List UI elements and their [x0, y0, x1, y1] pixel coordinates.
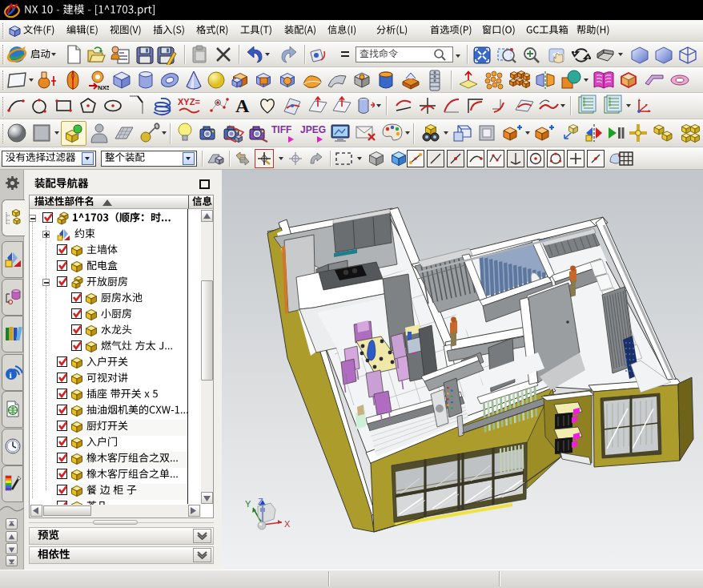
svg-text:TIFF: TIFF: [271, 124, 291, 135]
svg-text:Y: Y: [245, 499, 251, 509]
svg-text:XYZ=: XYZ=: [178, 97, 200, 107]
svg-text:i: i: [10, 370, 12, 380]
svg-text:NX5: NX5: [98, 84, 109, 91]
svg-text:JPEG: JPEG: [300, 124, 326, 135]
svg-text:A: A: [235, 95, 250, 116]
svg-text:X: X: [284, 519, 291, 529]
